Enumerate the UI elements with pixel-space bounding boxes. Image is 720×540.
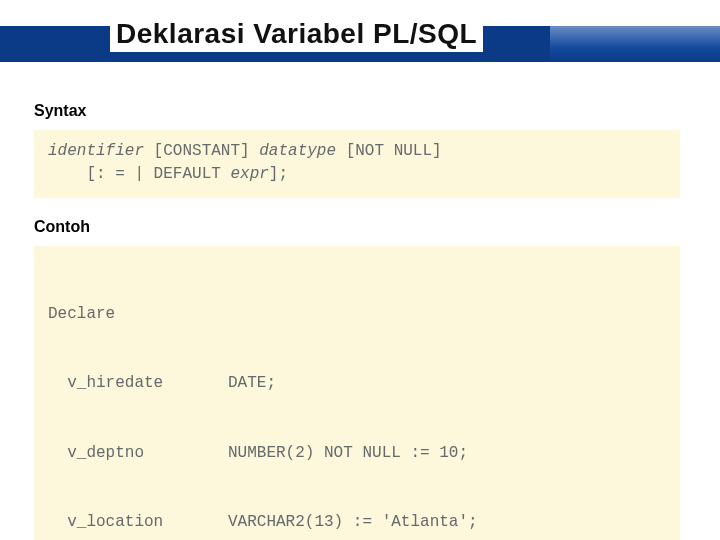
syntax-code-block: identifier [CONSTANT] datatype [NOT NULL…: [34, 130, 680, 198]
var-name: v_hiredate: [48, 372, 228, 395]
slide-content: Syntax identifier [CONSTANT] datatype [N…: [0, 68, 720, 540]
declaration-row: v_location VARCHAR2(13) := 'Atlanta';: [48, 511, 666, 534]
syntax-datatype: datatype: [259, 142, 336, 160]
var-def: DATE;: [228, 372, 276, 395]
example-code-block: Declare v_hiredate DATE; v_deptno NUMBER…: [34, 246, 680, 540]
declaration-row: v_hiredate DATE;: [48, 372, 666, 395]
syntax-identifier: identifier: [48, 142, 144, 160]
syntax-constant: [CONSTANT]: [144, 142, 259, 160]
example-heading: Contoh: [34, 218, 680, 236]
var-def: VARCHAR2(13) := 'Atlanta';: [228, 511, 478, 534]
syntax-expr: expr: [230, 165, 268, 183]
page-title: Deklarasi Variabel PL/SQL: [110, 18, 483, 52]
var-name: v_location: [48, 511, 228, 534]
syntax-default-prefix: [: = | DEFAULT: [48, 165, 230, 183]
declaration-row: v_deptno NUMBER(2) NOT NULL := 10;: [48, 442, 666, 465]
var-name: v_deptno: [48, 442, 228, 465]
syntax-notnull: [NOT NULL]: [336, 142, 442, 160]
title-bar-gradient: [550, 26, 720, 62]
syntax-heading: Syntax: [34, 102, 680, 120]
declare-keyword: Declare: [48, 303, 666, 326]
var-def: NUMBER(2) NOT NULL := 10;: [228, 442, 468, 465]
syntax-default-suffix: ];: [269, 165, 288, 183]
title-bar: Deklarasi Variabel PL/SQL: [0, 0, 720, 68]
